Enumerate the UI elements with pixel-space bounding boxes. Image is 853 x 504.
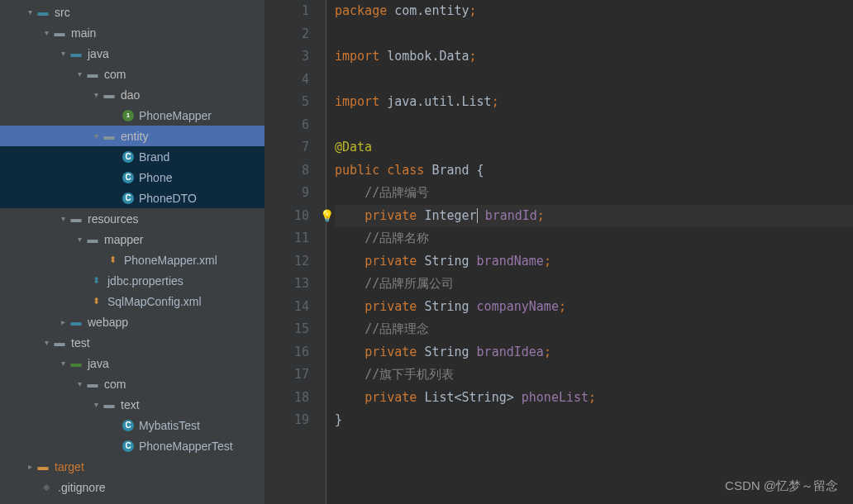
tree-label: PhoneMapper.xml	[124, 254, 217, 267]
chevron-down-icon[interactable]	[89, 90, 102, 99]
tree-item-jdbcprops[interactable]: ⬍jdbc.properties	[0, 270, 264, 291]
line-number: 4	[264, 69, 309, 92]
tree-label: PhoneMapperTest	[139, 440, 233, 453]
line-number: 3	[264, 45, 309, 69]
tree-item-main[interactable]: ▬main	[0, 22, 264, 43]
line-number: 12	[264, 250, 309, 273]
code-line[interactable]: //品牌所属公司	[335, 273, 853, 296]
tree-item-mapper[interactable]: ▬mapper	[0, 229, 264, 250]
code-line[interactable]: private Integer brandId;	[335, 205, 853, 228]
code-line[interactable]: //旗下手机列表	[335, 364, 853, 387]
tree-label: Brand	[139, 150, 169, 164]
chevron-down-icon[interactable]	[23, 7, 36, 17]
chevron-down-icon[interactable]	[89, 131, 102, 140]
tree-item-dao[interactable]: ▬dao	[0, 84, 264, 105]
tree-item-test[interactable]: ▬test	[0, 332, 264, 353]
tree-item-gitignore[interactable]: ◆.gitignore	[0, 477, 264, 497]
tree-label: entity	[121, 130, 148, 143]
tree-item-text[interactable]: ▬text	[0, 394, 264, 415]
intention-bulb-icon[interactable]: 💡	[320, 205, 334, 228]
code-line[interactable]: private String companyName;	[335, 296, 853, 319]
tree-item-resources[interactable]: ▬resources	[0, 208, 264, 229]
line-number: 6	[264, 114, 309, 137]
tree-label: com	[104, 378, 126, 391]
line-number: 19	[264, 409, 309, 432]
folder-icon: ▬	[36, 460, 50, 473]
chevron-down-icon[interactable]	[73, 379, 86, 388]
folder-icon: ▬	[102, 130, 116, 143]
chevron-down-icon[interactable]	[56, 359, 69, 368]
tree-item-com[interactable]: ▬com	[0, 64, 264, 84]
line-number: 13	[264, 273, 309, 296]
code-line[interactable]	[335, 23, 853, 46]
java-class-icon: C	[122, 420, 134, 431]
folder-icon: ▬	[102, 398, 116, 411]
chevron-down-icon[interactable]	[40, 28, 53, 37]
code-line[interactable]: //品牌编号	[335, 182, 853, 205]
code-line[interactable]	[335, 114, 853, 137]
code-line[interactable]	[335, 69, 853, 92]
code-line[interactable]: import java.util.List;	[335, 91, 853, 114]
chevron-down-icon[interactable]	[73, 69, 86, 78]
tree-item-webapp[interactable]: ▬webapp	[0, 311, 264, 332]
line-number: 17	[264, 364, 309, 387]
tree-label: main	[71, 26, 96, 40]
folder-icon: ▬	[69, 316, 83, 329]
folder-icon: ▬	[53, 336, 66, 349]
code-line[interactable]: @Data	[335, 136, 853, 159]
chevron-down-icon[interactable]	[40, 338, 53, 347]
code-line[interactable]: public class Brand {	[335, 159, 853, 183]
tree-item-com2[interactable]: ▬com	[0, 373, 264, 394]
line-number: 9	[264, 182, 309, 205]
folder-icon: ▬	[69, 212, 83, 226]
code-line[interactable]: //品牌名称	[335, 227, 853, 250]
code-editor[interactable]: 1 2 3 4 5 6 7 8 9 10💡 11 12 13 14 15 16 …	[264, 0, 853, 504]
tree-item-java[interactable]: ▬java	[0, 43, 264, 64]
folder-icon: ▬	[53, 26, 66, 40]
code-line[interactable]: private List<String> phoneList;	[335, 387, 853, 410]
code-line[interactable]: private String brandName;	[335, 250, 853, 273]
tree-label: java	[88, 357, 109, 370]
folder-icon: ▬	[69, 357, 83, 370]
tree-label: test	[71, 336, 90, 349]
tree-item-phone[interactable]: CPhone	[0, 167, 264, 188]
tree-item-phonemappertest[interactable]: CPhoneMapperTest	[0, 435, 264, 456]
code-line[interactable]: private String brandIdea;	[335, 341, 853, 364]
tree-item-java2[interactable]: ▬java	[0, 353, 264, 373]
xml-file-icon: ⬍	[106, 254, 119, 267]
line-number: 15	[264, 318, 309, 341]
java-class-icon: C	[122, 440, 134, 452]
tree-item-phonedto[interactable]: CPhoneDTO	[0, 188, 264, 208]
tree-item-phonemapper[interactable]: PhoneMapper	[0, 105, 264, 126]
gitignore-file-icon: ◆	[40, 481, 53, 494]
tree-label: webapp	[88, 316, 128, 329]
tree-label: SqlMapConfig.xml	[107, 295, 202, 308]
tree-item-src[interactable]: ▬src	[0, 2, 264, 22]
chevron-down-icon[interactable]	[73, 235, 86, 244]
chevron-right-icon[interactable]	[23, 462, 36, 471]
chevron-down-icon[interactable]	[56, 214, 69, 223]
code-line[interactable]: }	[335, 409, 853, 432]
tree-item-entity[interactable]: ▬entity	[0, 126, 264, 146]
tree-label: text	[121, 398, 140, 411]
code-line[interactable]: import lombok.Data;	[335, 45, 853, 69]
project-tree[interactable]: ▬src ▬main ▬java ▬com ▬dao PhoneMapper ▬…	[0, 0, 264, 504]
line-number: 18	[264, 387, 309, 410]
code-area[interactable]: package com.entity; import lombok.Data; …	[326, 0, 853, 504]
chevron-down-icon[interactable]	[56, 49, 69, 58]
tree-label: resources	[88, 212, 138, 226]
java-interface-icon	[122, 110, 134, 121]
tree-label: java	[88, 47, 109, 60]
tree-item-phonemapperxml[interactable]: ⬍PhoneMapper.xml	[0, 250, 264, 270]
folder-icon: ▬	[36, 6, 50, 19]
tree-label: .gitignore	[58, 481, 106, 494]
tree-item-mybatistest[interactable]: CMybatisTest	[0, 415, 264, 435]
tree-item-target[interactable]: ▬target	[0, 456, 264, 477]
tree-item-sqlmapconfig[interactable]: ⬍SqlMapConfig.xml	[0, 291, 264, 311]
chevron-down-icon[interactable]	[89, 400, 102, 409]
tree-item-brand[interactable]: CBrand	[0, 146, 264, 167]
chevron-right-icon[interactable]	[56, 317, 69, 326]
code-line[interactable]: //品牌理念	[335, 318, 853, 341]
java-class-icon: C	[122, 151, 134, 163]
code-line[interactable]: package com.entity;	[335, 0, 853, 23]
